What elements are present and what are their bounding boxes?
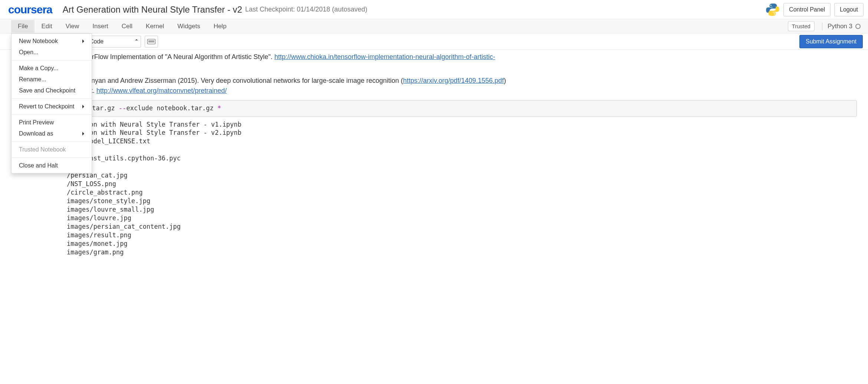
reference-link[interactable]: http://www.vlfeat.org/matconvnet/pretrai… xyxy=(96,87,227,94)
menu-divider xyxy=(11,141,92,142)
menu-divider xyxy=(11,98,92,99)
file-menu-trusted-notebook-label: Trusted Notebook xyxy=(19,146,66,153)
reference-link[interactable]: https://arxiv.org/pdf/1409.1556.pdf xyxy=(403,77,504,84)
kernel-indicator[interactable]: Python 3 xyxy=(822,23,861,30)
file-menu-open-label: Open... xyxy=(19,49,38,56)
submenu-caret-icon xyxy=(82,132,84,136)
keyboard-icon xyxy=(147,39,155,44)
file-menu-rename[interactable]: Rename... xyxy=(11,74,92,85)
menu-divider xyxy=(11,157,92,158)
kernel-status-icon xyxy=(855,24,861,29)
kernel-name: Python 3 xyxy=(828,23,852,30)
reference-link[interactable]: http://www.chioka.in/tensorflow-implemen… xyxy=(274,53,495,61)
header: coursera Art Generation with Neural Styl… xyxy=(0,0,868,19)
file-menu-open[interactable]: Open... xyxy=(11,47,92,58)
code-cell[interactable]: hvzf notebook.tar.gz --exclude notebook.… xyxy=(34,100,857,117)
markdown-text: en Simonyan and Andrew Zisserman (2015).… xyxy=(67,77,403,84)
file-menu-print-preview[interactable]: Print Preview xyxy=(11,117,92,128)
menu-file[interactable]: File xyxy=(11,20,34,33)
menu-view[interactable]: View xyxy=(59,20,86,33)
notebook-area[interactable]: 0, TensorFlow Implementation of "A Neura… xyxy=(0,50,868,257)
file-menu-close-halt-label: Close and Halt xyxy=(19,162,58,169)
menubar: File Edit View Insert Cell Kernel Widget… xyxy=(0,19,868,33)
checkpoint-label: Last Checkpoint: 01/14/2018 (autosaved) xyxy=(245,6,367,13)
markdown-cell[interactable]: en Simonyan and Andrew Zisserman (2015).… xyxy=(11,74,857,97)
file-menu-dropdown: New Notebook Open... Make a Copy... Rena… xyxy=(11,33,92,173)
menu-widgets[interactable]: Widgets xyxy=(171,20,207,33)
code-text: exclude notebook.tar.gz xyxy=(126,104,217,112)
file-menu-save[interactable]: Save and Checkpoint xyxy=(11,85,92,96)
brand-logo: coursera xyxy=(8,3,52,16)
menu-divider xyxy=(11,60,92,61)
trusted-indicator[interactable]: Trusted xyxy=(788,21,815,31)
file-menu-trusted-notebook: Trusted Notebook xyxy=(11,144,92,155)
file-menu-revert-label: Revert to Checkpoint xyxy=(19,103,74,110)
submenu-caret-icon xyxy=(82,39,84,43)
markdown-text: 0, TensorFlow Implementation of "A Neura… xyxy=(67,53,274,61)
file-menu-make-copy[interactable]: Make a Copy... xyxy=(11,63,92,74)
file-menu-download-as-label: Download as xyxy=(19,130,53,137)
menu-insert[interactable]: Insert xyxy=(86,20,115,33)
file-menu-make-copy-label: Make a Copy... xyxy=(19,65,58,72)
menu-cell[interactable]: Cell xyxy=(115,20,139,33)
control-panel-button[interactable]: Control Panel xyxy=(783,3,831,16)
toolbar: Code Submit Assignment xyxy=(0,33,868,50)
file-menu-save-label: Save and Checkpoint xyxy=(19,87,75,94)
submenu-caret-icon xyxy=(82,105,84,108)
file-menu-new-notebook[interactable]: New Notebook xyxy=(11,36,92,47)
file-menu-rename-label: Rename... xyxy=(19,76,46,83)
submit-assignment-button[interactable]: Submit Assignment xyxy=(799,35,863,48)
markdown-cell[interactable]: 0, TensorFlow Implementation of "A Neura… xyxy=(11,50,857,74)
file-menu-revert[interactable]: Revert to Checkpoint xyxy=(11,101,92,112)
code-flag: -- xyxy=(119,104,126,112)
menu-help[interactable]: Help xyxy=(207,20,233,33)
file-menu-download-as[interactable]: Download as xyxy=(11,128,92,139)
output-cell: neration with Neural Style Transfer - v1… xyxy=(11,118,857,257)
python-icon xyxy=(766,3,780,17)
file-menu-print-preview-label: Print Preview xyxy=(19,119,54,126)
logout-button[interactable]: Logout xyxy=(834,3,864,16)
notebook-title[interactable]: Art Generation with Neural Style Transfe… xyxy=(63,4,242,15)
markdown-text: ) xyxy=(504,77,506,84)
menu-divider xyxy=(11,114,92,115)
file-menu-new-notebook-label: New Notebook xyxy=(19,38,58,45)
code-glob: * xyxy=(217,104,221,112)
command-palette-button[interactable] xyxy=(145,36,158,48)
menu-kernel[interactable]: Kernel xyxy=(139,20,171,33)
file-menu-close-halt[interactable]: Close and Halt xyxy=(11,160,92,171)
cell-type-select[interactable]: Code xyxy=(85,36,141,48)
menu-edit[interactable]: Edit xyxy=(34,20,59,33)
